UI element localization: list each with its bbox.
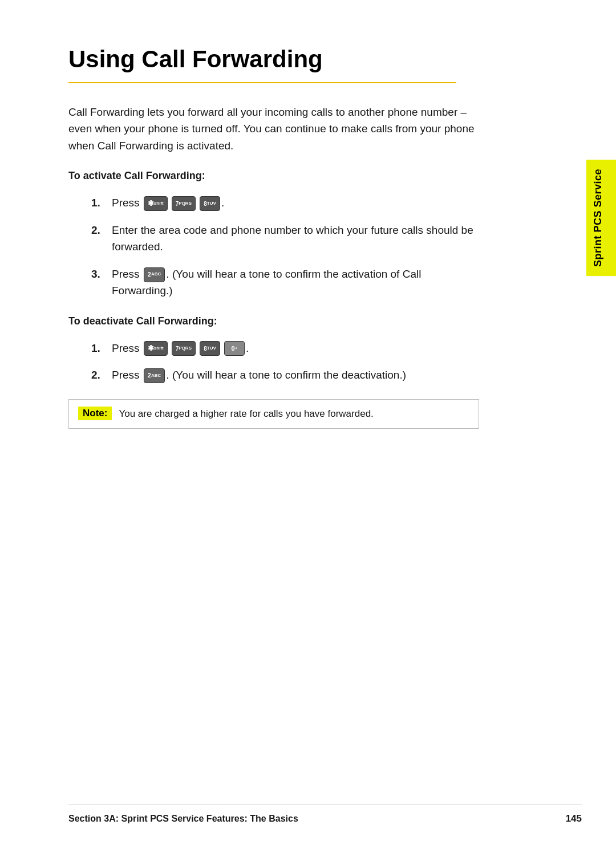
key-2abc-activate: 2ABC xyxy=(144,267,165,282)
key-8tuv: 8TUV xyxy=(200,196,220,211)
page-title: Using Call Forwarding xyxy=(68,46,559,73)
deact-key-star: ✱shift xyxy=(144,341,168,356)
deactivate-steps-list: 1. Press ✱shift 7PQRS 8TUV 0+ . 2. Press… xyxy=(91,340,559,384)
key-sequence-activate: ✱shift 7PQRS 8TUV xyxy=(143,196,221,211)
key-star: ✱shift xyxy=(144,196,168,211)
deact-step-content-2: Press 2ABC. (You will hear a tone to con… xyxy=(112,367,477,383)
intro-text: Call Forwarding lets you forward all you… xyxy=(68,104,479,154)
footer-section: Section 3A: Sprint PCS Service Features:… xyxy=(68,814,298,824)
deact-key-0: 0+ xyxy=(224,341,245,356)
deact-step-num-1: 1. xyxy=(91,340,105,356)
deact-step-num-2: 2. xyxy=(91,367,105,383)
deactivate-header: To deactivate Call Forwarding: xyxy=(68,315,559,327)
key-sequence-deactivate: ✱shift 7PQRS 8TUV 0+ xyxy=(143,341,246,356)
step-num-2: 2. xyxy=(91,222,105,238)
activate-step-2: 2. Enter the area code and phone number … xyxy=(91,222,559,255)
page-container: Sprint PCS Service Using Call Forwarding… xyxy=(0,0,616,853)
step-content-2: Enter the area code and phone number to … xyxy=(112,222,477,255)
deactivate-step-2: 2. Press 2ABC. (You will hear a tone to … xyxy=(91,367,559,383)
deact-key-8tuv: 8TUV xyxy=(200,341,220,356)
step-content-1: Press ✱shift 7PQRS 8TUV . xyxy=(112,194,477,211)
note-label: Note: xyxy=(78,407,112,420)
deactivate-step-1: 1. Press ✱shift 7PQRS 8TUV 0+ . xyxy=(91,340,559,356)
deact-key-7pqrs: 7PQRS xyxy=(172,341,196,356)
activate-steps-list: 1. Press ✱shift 7PQRS 8TUV . 2. Enter th… xyxy=(91,194,559,299)
deact-step-content-1: Press ✱shift 7PQRS 8TUV 0+ . xyxy=(112,340,477,356)
note-text: You are charged a higher rate for calls … xyxy=(119,407,373,421)
key-2abc-deactivate: 2ABC xyxy=(144,368,165,383)
activate-step-1: 1. Press ✱shift 7PQRS 8TUV . xyxy=(91,194,559,211)
activate-step-3: 3. Press 2ABC. (You will hear a tone to … xyxy=(91,266,559,299)
step-num-3: 3. xyxy=(91,266,105,282)
title-underline xyxy=(68,82,456,83)
step-content-3: Press 2ABC. (You will hear a tone to con… xyxy=(112,266,477,299)
page-footer: Section 3A: Sprint PCS Service Features:… xyxy=(68,805,582,824)
step-num-1: 1. xyxy=(91,194,105,211)
note-box: Note: You are charged a higher rate for … xyxy=(68,399,479,429)
activate-header: To activate Call Forwarding: xyxy=(68,170,559,182)
footer-page-number: 145 xyxy=(566,813,582,824)
key-7pqrs: 7PQRS xyxy=(172,196,196,211)
side-tab: Sprint PCS Service xyxy=(586,160,616,276)
